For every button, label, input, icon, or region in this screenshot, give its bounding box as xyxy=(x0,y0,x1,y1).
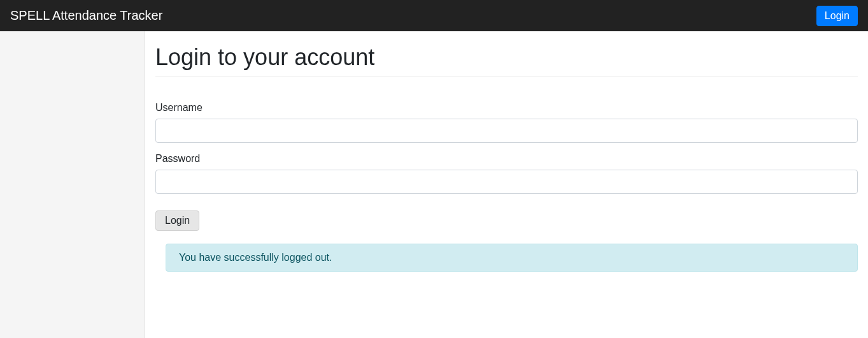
submit-login-button[interactable]: Login xyxy=(155,210,199,231)
username-label: Username xyxy=(155,102,858,114)
main-content: Login to your account Username Password … xyxy=(145,31,868,338)
login-form: Username Password Login xyxy=(155,102,858,231)
page-title: Login to your account xyxy=(155,44,858,71)
username-input[interactable] xyxy=(155,119,858,143)
brand-link[interactable]: SPELL Attendance Tracker xyxy=(10,8,162,23)
password-group: Password xyxy=(155,153,858,194)
password-label: Password xyxy=(155,153,858,165)
logout-success-alert: You have successfully logged out. xyxy=(166,244,858,272)
layout: Login to your account Username Password … xyxy=(0,31,868,338)
password-input[interactable] xyxy=(155,170,858,194)
nav-login-button[interactable]: Login xyxy=(816,6,858,26)
username-group: Username xyxy=(155,102,858,143)
sidebar xyxy=(0,31,145,338)
title-divider xyxy=(155,76,858,77)
navbar: SPELL Attendance Tracker Login xyxy=(0,0,868,31)
